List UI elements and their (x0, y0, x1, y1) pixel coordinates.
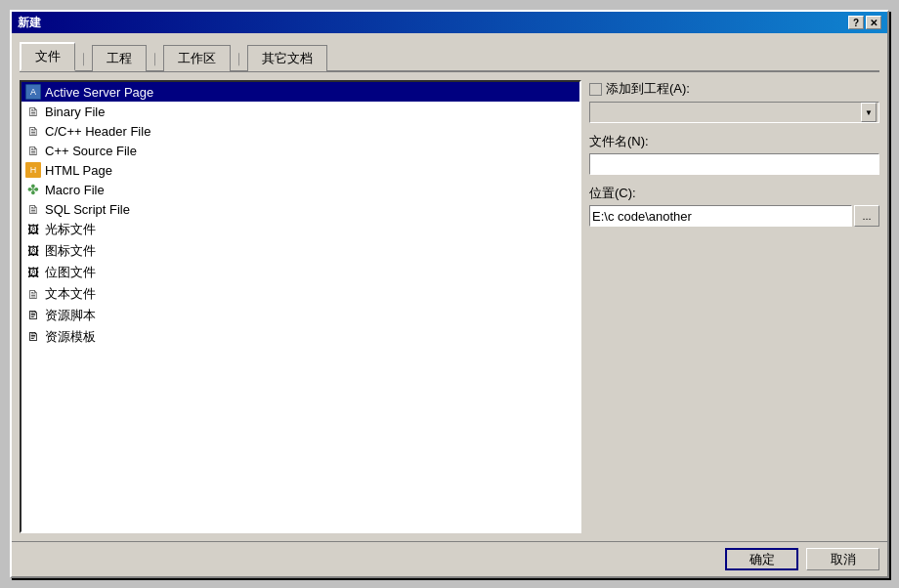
tab-project[interactable]: 工程 (92, 45, 147, 71)
add-to-project-label: 添加到工程(A): (606, 80, 690, 98)
close-button[interactable]: ✕ (866, 16, 881, 29)
browse-button[interactable]: ... (854, 205, 879, 227)
tab-workspace[interactable]: 工作区 (163, 45, 231, 71)
list-item-html[interactable]: H HTML Page (21, 160, 579, 180)
spacer (589, 236, 879, 533)
textfile-icon: 🗎 (25, 286, 41, 302)
cpp-icon: 🗎 (25, 143, 41, 158)
add-to-project-section: 添加到工程(A): ▼ (589, 80, 879, 123)
tab-files[interactable]: 文件 (20, 42, 75, 71)
location-input[interactable] (589, 205, 852, 227)
list-item-cpp[interactable]: 🗎 C++ Source File (21, 141, 579, 160)
list-item-macro[interactable]: ✤ Macro File (21, 180, 579, 199)
list-item-binary[interactable]: 🗎 Binary File (21, 102, 579, 121)
new-dialog: 新建 ? ✕ 文件 ｜ 工程 ｜ 工作区 ｜ 其它文档 (10, 10, 889, 578)
title-bar-buttons: ? ✕ (848, 16, 881, 29)
add-to-project-checkbox[interactable] (589, 83, 602, 96)
dropdown-arrow-icon[interactable]: ▼ (861, 103, 877, 122)
cancel-button[interactable]: 取消 (806, 548, 879, 570)
dialog-title: 新建 (18, 15, 41, 31)
location-label: 位置(C): (589, 185, 879, 202)
list-item-resscript[interactable]: 🖹 资源脚本 (21, 305, 579, 326)
tab-sep-2: ｜ (147, 46, 163, 71)
list-item-cursor[interactable]: 🖼 光标文件 (21, 219, 579, 240)
list-item-asp[interactable]: A Active Server Page (21, 82, 579, 102)
header-icon: 🗎 (25, 123, 41, 139)
list-item-text[interactable]: 🗎 文本文件 (21, 283, 579, 305)
html-icon: H (25, 162, 41, 178)
filename-group: 文件名(N): (589, 133, 879, 175)
macro-icon: ✤ (25, 182, 41, 197)
tab-sep-1: ｜ (75, 46, 92, 71)
tab-bar: 文件 ｜ 工程 ｜ 工作区 ｜ 其它文档 (20, 41, 879, 72)
bitmap-icon: 🖼 (25, 265, 41, 280)
sql-icon: 🗎 (25, 201, 41, 217)
title-bar: 新建 ? ✕ (12, 12, 887, 33)
file-list-panel[interactable]: A Active Server Page 🗎 Binary File 🗎 C/C… (20, 80, 581, 533)
tab-other-docs[interactable]: 其它文档 (247, 45, 327, 71)
binary-icon: 🗎 (25, 104, 41, 119)
filename-label: 文件名(N): (589, 133, 879, 150)
help-button[interactable]: ? (848, 16, 864, 29)
ok-button[interactable]: 确定 (725, 548, 798, 570)
add-to-project-row: 添加到工程(A): (589, 80, 879, 98)
list-item-restemplate[interactable]: 🖹 资源模板 (21, 326, 579, 348)
tab-sep-3: ｜ (231, 46, 247, 71)
main-area: A Active Server Page 🗎 Binary File 🗎 C/C… (20, 80, 879, 533)
resscript-icon: 🖹 (25, 308, 41, 323)
asp-icon: A (25, 84, 41, 100)
list-item-header[interactable]: 🗎 C/C++ Header File (21, 121, 579, 141)
location-group: 位置(C): ... (589, 185, 879, 227)
footer: 确定 取消 (12, 541, 887, 576)
restemplate-icon: 🖹 (25, 329, 41, 345)
list-item-bitmap[interactable]: 🖼 位图文件 (21, 262, 579, 283)
path-row: ... (589, 205, 879, 227)
right-panel: 添加到工程(A): ▼ 文件名(N): 位置(C): (589, 80, 879, 533)
list-item-sql[interactable]: 🗎 SQL Script File (21, 199, 579, 219)
filename-input[interactable] (589, 153, 879, 175)
list-item-icon[interactable]: 🖼 图标文件 (21, 240, 579, 262)
project-dropdown[interactable]: ▼ (589, 102, 879, 123)
iconfile-icon: 🖼 (25, 243, 41, 259)
cursor-icon: 🖼 (25, 222, 41, 237)
dialog-content: 文件 ｜ 工程 ｜ 工作区 ｜ 其它文档 A Active Server Pag… (12, 33, 887, 541)
